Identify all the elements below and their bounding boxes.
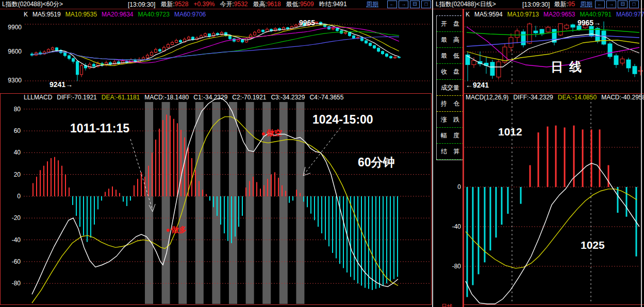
annotation-1024: 1024-15:00 bbox=[312, 113, 373, 127]
candle-body bbox=[64, 53, 67, 56]
sidebar-item-最高[interactable]: 最 高 bbox=[437, 32, 464, 48]
quote-field-label: 最低: bbox=[286, 1, 300, 8]
indicator-label: C1:-34.2329 bbox=[193, 94, 227, 101]
candle-body bbox=[192, 37, 194, 40]
candle-body bbox=[155, 49, 157, 53]
quote-field-label: 最高: bbox=[253, 1, 267, 8]
quote-field-label: 最新: bbox=[554, 1, 568, 8]
candle-body bbox=[546, 27, 550, 32]
indicator-label: MA10:9535 bbox=[65, 11, 97, 18]
ma10-line bbox=[32, 25, 399, 65]
axis-tick-label: 60 bbox=[1, 127, 21, 134]
candle-body bbox=[377, 48, 380, 51]
maximize-icon[interactable]: □ bbox=[421, 1, 431, 8]
left-symbol-title: L指数(020488)<60分> bbox=[2, 0, 128, 9]
left-window-buttons: ←→⊟□ bbox=[386, 1, 431, 8]
annotation-60min: 60分钟 bbox=[358, 155, 395, 170]
diff-line bbox=[466, 163, 639, 304]
right-window-buttons: ←→⊟□ bbox=[593, 1, 639, 8]
indicator-label: MA20:9653 bbox=[543, 11, 575, 18]
right-period-link[interactable]: 周期 bbox=[580, 0, 592, 9]
left-kline-ma-row: KMA5:9519MA10:9535MA20:9634MA40:9723MA60… bbox=[24, 11, 210, 18]
axis-tick-label: -40 bbox=[442, 223, 461, 230]
candle-body bbox=[369, 43, 372, 46]
axis-tick-label: -80 bbox=[442, 263, 461, 270]
indicator-label: MA5:9594 bbox=[474, 11, 503, 18]
candle-body bbox=[390, 56, 392, 58]
indicator-label: MACD(12,26,9) bbox=[466, 94, 508, 101]
right-edge-splitter[interactable] bbox=[641, 0, 642, 307]
highlight-stripe bbox=[229, 102, 237, 304]
sell-signal-dot bbox=[262, 132, 265, 135]
candle-body bbox=[146, 55, 149, 58]
candle-body bbox=[386, 54, 388, 56]
sidebar-item-成交量[interactable]: 成交量 bbox=[437, 80, 464, 96]
sidebar-item-开盘[interactable]: 开 盘 bbox=[437, 16, 464, 32]
candle-body bbox=[373, 45, 376, 48]
annotation-1011: 1011-11:15 bbox=[70, 122, 129, 135]
candle-body bbox=[614, 56, 618, 65]
candle-body bbox=[589, 26, 593, 36]
candle-body bbox=[515, 31, 519, 38]
candle-body bbox=[93, 64, 95, 66]
forward-arrow-icon[interactable]: → bbox=[606, 1, 616, 8]
axis-tick-label: -60 bbox=[1, 258, 21, 265]
candle-body bbox=[490, 62, 494, 76]
sidebar-item-结算[interactable]: 结 算 bbox=[437, 144, 464, 160]
sidebar-item-涨跌[interactable]: 涨 跌 bbox=[437, 112, 464, 128]
candle-body bbox=[68, 56, 71, 59]
sidebar-item-幅度[interactable]: 幅 度 bbox=[437, 128, 464, 144]
ma40-line bbox=[32, 32, 399, 60]
indicator-label: MA40:9791 bbox=[580, 11, 612, 18]
candle-body bbox=[225, 32, 227, 36]
sidebar-item-最低[interactable]: 最 低 bbox=[437, 48, 464, 64]
bottom-tab-partial[interactable]: 日线 bbox=[441, 303, 453, 307]
axis-tick-label: -40 bbox=[1, 236, 21, 244]
axis-tick-label: 9300 bbox=[2, 77, 22, 84]
indicator-label: LLLMACD bbox=[24, 94, 52, 101]
left-macd-label-row: LLLMACDDIFF:-70.1921DEA:-61.1181MACD:-18… bbox=[24, 94, 348, 101]
quote-field-value: 9509 bbox=[300, 1, 314, 8]
indicator-label: DEA:-61.1181 bbox=[102, 94, 140, 101]
buy-signal-label: 做多 bbox=[171, 225, 187, 235]
candle-body bbox=[571, 25, 575, 27]
candle-body bbox=[142, 58, 145, 59]
indicator-label: MA60:9706 bbox=[174, 11, 206, 18]
candle-body bbox=[344, 32, 347, 33]
quote-field-label: 最新: bbox=[160, 1, 174, 8]
right-high-marker: 9965→ bbox=[577, 19, 601, 27]
left-low-marker: 9241→ bbox=[49, 80, 73, 89]
split-window-icon[interactable]: ⊟ bbox=[618, 1, 628, 8]
quote-field-value: 95 bbox=[568, 1, 575, 8]
candle-body bbox=[633, 66, 637, 74]
quote-field: 今开:9532 bbox=[220, 1, 247, 8]
daily-label: 日线 bbox=[551, 59, 588, 75]
candle-body bbox=[602, 31, 606, 44]
window-splitter[interactable] bbox=[432, 0, 433, 307]
axis-tick-label: 0 bbox=[1, 193, 21, 200]
axis-tick-label: 9600 bbox=[2, 48, 22, 55]
forward-arrow-icon[interactable]: → bbox=[399, 1, 408, 8]
candle-body bbox=[394, 57, 397, 58]
back-arrow-icon[interactable]: ← bbox=[387, 1, 397, 8]
indicator-label: C4:-74.3655 bbox=[309, 94, 343, 101]
axis-tick-label: 20 bbox=[1, 171, 21, 178]
indicator-label: MA10:9713 bbox=[507, 11, 539, 18]
candle-body bbox=[527, 24, 532, 43]
left-period-link[interactable]: 周期 bbox=[366, 0, 378, 9]
maximize-icon[interactable]: □ bbox=[629, 1, 639, 8]
candle-body bbox=[353, 36, 355, 38]
sidebar-item-持仓[interactable]: 持 仓 bbox=[437, 96, 464, 112]
candle-body bbox=[80, 65, 83, 75]
candle-body bbox=[76, 61, 79, 75]
candle-body bbox=[241, 40, 244, 42]
back-arrow-icon[interactable]: ← bbox=[595, 1, 605, 8]
indicator-label: DIFF:-34.2329 bbox=[513, 94, 553, 101]
candle-body bbox=[509, 38, 513, 47]
split-window-icon[interactable]: ⊟ bbox=[410, 1, 420, 8]
quote-field-label: 昨结: bbox=[319, 1, 333, 8]
quote-field: +0.39% bbox=[193, 1, 214, 8]
candle-body bbox=[208, 34, 211, 37]
sidebar-item-收盘[interactable]: 收 盘 bbox=[437, 64, 464, 80]
candle-body bbox=[365, 41, 368, 43]
